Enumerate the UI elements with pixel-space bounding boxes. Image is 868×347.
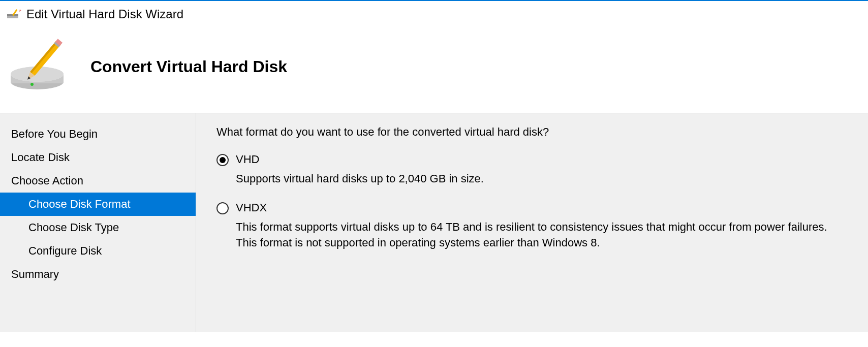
step-before-you-begin[interactable]: Before You Begin	[0, 122, 196, 146]
wizard-header: Convert Virtual Hard Disk	[0, 23, 868, 113]
option-vhd-description: Supports virtual hard disks up to 2,040 …	[236, 171, 846, 187]
step-summary[interactable]: Summary	[0, 263, 196, 286]
wizard-steps-sidebar: Before You Begin Locate Disk Choose Acti…	[0, 113, 196, 332]
svg-point-8	[30, 83, 34, 86]
wizard-content: What format do you want to use for the c…	[196, 113, 868, 332]
radio-vhd[interactable]	[216, 154, 229, 166]
option-vhd-label: VHD	[236, 153, 259, 166]
window-title: Edit Virtual Hard Disk Wizard	[26, 7, 183, 21]
step-choose-action[interactable]: Choose Action	[0, 169, 196, 193]
step-locate-disk[interactable]: Locate Disk	[0, 146, 196, 169]
step-choose-disk-type[interactable]: Choose Disk Type	[0, 216, 196, 239]
wizard-body: Before You Begin Locate Disk Choose Acti…	[0, 113, 868, 332]
option-vhdx[interactable]: VHDX	[216, 201, 853, 214]
option-vhdx-label: VHDX	[236, 201, 267, 214]
radio-vhdx[interactable]	[216, 202, 229, 214]
page-title: Convert Virtual Hard Disk	[90, 57, 287, 76]
format-prompt: What format do you want to use for the c…	[216, 125, 853, 139]
option-vhdx-description: This format supports virtual disks up to…	[236, 219, 846, 251]
step-configure-disk[interactable]: Configure Disk	[0, 239, 196, 263]
option-vhd[interactable]: VHD	[216, 153, 853, 166]
svg-marker-3	[19, 9, 21, 12]
step-choose-disk-format[interactable]: Choose Disk Format	[0, 193, 196, 216]
title-bar: Edit Virtual Hard Disk Wizard	[0, 1, 868, 23]
wizard-titlebar-icon	[7, 9, 21, 19]
hard-disk-pencil-icon	[9, 39, 75, 94]
